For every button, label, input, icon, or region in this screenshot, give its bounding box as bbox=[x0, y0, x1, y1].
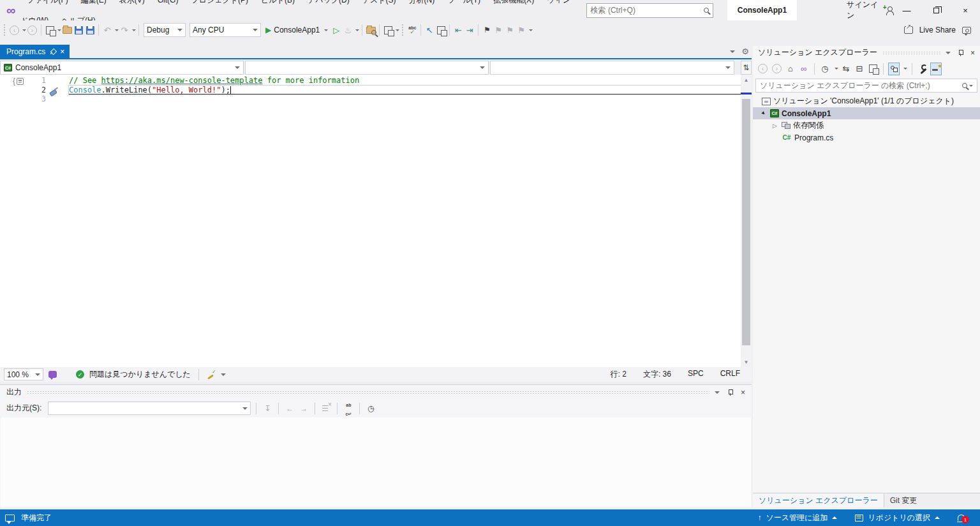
scrollbar-thumb[interactable] bbox=[742, 99, 750, 345]
navigate-back-button[interactable]: ‹ bbox=[10, 26, 19, 35]
tree-item-dependencies[interactable]: ▷依存関係 bbox=[753, 119, 980, 132]
clear-all-button[interactable] bbox=[320, 404, 332, 413]
restore-button[interactable] bbox=[921, 0, 951, 20]
project-properties-button[interactable] bbox=[917, 63, 928, 75]
menu-item[interactable]: プロジェクト(P) bbox=[184, 0, 255, 4]
navigate-forward-button[interactable]: › bbox=[27, 26, 37, 35]
menu-item[interactable]: ファイル(F) bbox=[20, 0, 74, 4]
toggle-bookmark-button[interactable]: ⚑ bbox=[481, 24, 493, 36]
hot-reload-button[interactable]: ♨ bbox=[342, 24, 353, 36]
collapse-all-button[interactable]: ⊟ bbox=[854, 63, 865, 75]
toolbar-grip[interactable] bbox=[401, 24, 405, 36]
pending-changes-filter-button[interactable]: ◷ bbox=[819, 63, 831, 75]
close-tab-icon[interactable]: × bbox=[60, 47, 64, 56]
menu-item[interactable]: 編集(E) bbox=[75, 0, 113, 4]
decrease-indent-button[interactable]: ⇤ bbox=[452, 24, 464, 36]
goto-message-button[interactable]: ↧ bbox=[262, 404, 273, 413]
solution-platform-combo[interactable]: Any CPU bbox=[189, 23, 261, 37]
add-to-source-control-button[interactable]: ↑ ソース管理に追加 bbox=[757, 513, 837, 523]
menu-item[interactable]: 表示(V) bbox=[113, 0, 151, 4]
undo-button[interactable]: ↶ bbox=[101, 24, 113, 36]
expander-expanded-icon[interactable]: ▼ bbox=[759, 109, 769, 119]
vertical-scrollbar[interactable]: ▲ ▼ bbox=[741, 75, 752, 367]
bottom-tab-git-changes[interactable]: Git 変更 bbox=[884, 493, 923, 507]
output-content[interactable] bbox=[1, 417, 751, 507]
code-token-link[interactable]: https://aka.ms/new-console-template bbox=[101, 76, 263, 85]
output-source-combo[interactable] bbox=[48, 402, 251, 415]
next-bookmark-button[interactable]: ⚑ bbox=[504, 24, 516, 36]
solution-explorer-search-box[interactable]: ソリューション エクスプローラー の検索 (Ctrl+;) bbox=[755, 79, 977, 93]
tree-item-csproj[interactable]: ▼C#ConsoleApp1 bbox=[753, 107, 980, 119]
menu-item[interactable]: 拡張機能(X) bbox=[487, 0, 540, 4]
member-scope-combo[interactable] bbox=[490, 61, 734, 75]
menu-item[interactable]: ビルド(B) bbox=[255, 0, 301, 4]
type-scope-combo[interactable] bbox=[245, 61, 489, 75]
sync-with-active-document-button[interactable]: ⇆ bbox=[840, 63, 852, 75]
navigate-back-dropdown[interactable] bbox=[22, 29, 26, 31]
send-feedback-icon[interactable] bbox=[962, 27, 971, 34]
code-line[interactable]: // See https://aka.ms/new-console-templa… bbox=[69, 76, 741, 86]
toolbar-overflow-button[interactable] bbox=[529, 29, 533, 31]
expander-collapsed-icon[interactable]: ▷ bbox=[771, 123, 779, 129]
peek-definition-button[interactable] bbox=[435, 24, 447, 36]
show-all-files-dropdown[interactable] bbox=[903, 68, 907, 70]
ide-navigator-dropdown[interactable] bbox=[396, 29, 399, 31]
se-back-button[interactable]: ‹ bbox=[758, 64, 768, 73]
next-message-button[interactable]: → bbox=[298, 404, 309, 413]
menu-item[interactable]: Git(G) bbox=[151, 0, 185, 4]
problems-status-text[interactable]: 問題は見つかりませんでした bbox=[89, 369, 191, 380]
switch-views-button[interactable]: ∞ bbox=[798, 63, 810, 75]
pin-tab-icon[interactable] bbox=[48, 47, 57, 56]
split-window-button[interactable]: ⇅ bbox=[741, 61, 752, 75]
line-ending-indicator[interactable]: CRLF bbox=[720, 369, 740, 380]
tab-list-dropdown[interactable] bbox=[730, 50, 735, 53]
code-cleanup-dropdown[interactable] bbox=[221, 373, 226, 376]
solution-configuration-combo[interactable]: Debug bbox=[144, 23, 186, 37]
quick-actions-screwdriver-icon[interactable] bbox=[49, 87, 58, 95]
notifications-button[interactable]: 1 bbox=[958, 515, 965, 521]
spell-check-button[interactable]: abc✓ bbox=[406, 24, 418, 36]
sign-in-button[interactable]: サインイン + bbox=[847, 0, 892, 21]
pin-panel-icon[interactable] bbox=[727, 389, 733, 396]
increase-indent-button[interactable]: ⇥ bbox=[464, 24, 475, 36]
panel-drag-texture[interactable] bbox=[882, 51, 940, 55]
project-scope-combo[interactable]: C# ConsoleApp1 bbox=[0, 61, 244, 75]
minimize-button[interactable]: — bbox=[892, 0, 921, 20]
hot-reload-dropdown[interactable] bbox=[355, 29, 359, 31]
close-panel-icon[interactable]: × bbox=[741, 388, 745, 397]
menu-item[interactable]: デバッグ(D) bbox=[301, 0, 356, 4]
clear-bookmarks-button[interactable]: ⚑ bbox=[516, 24, 527, 36]
column-indicator[interactable]: 文字: 36 bbox=[643, 369, 671, 380]
filter-dropdown[interactable] bbox=[835, 68, 838, 70]
gear-icon[interactable]: ⚙ bbox=[741, 47, 749, 56]
scroll-down-icon[interactable]: ▼ bbox=[741, 357, 752, 367]
select-repository-button[interactable]: リポジトリの選択 bbox=[855, 513, 940, 523]
start-debugging-button[interactable]: ▶ ConsoleApp1 bbox=[263, 22, 330, 38]
menu-item[interactable]: テスト(S) bbox=[356, 0, 403, 4]
feedback-bubble-icon[interactable] bbox=[48, 371, 57, 378]
close-panel-icon[interactable]: × bbox=[970, 49, 975, 57]
previous-message-button[interactable]: ← bbox=[284, 404, 295, 413]
code-line[interactable] bbox=[69, 94, 741, 104]
start-without-debugging-button[interactable]: ▷ bbox=[330, 24, 342, 36]
save-button[interactable] bbox=[73, 24, 84, 36]
redo-dropdown[interactable] bbox=[132, 29, 136, 31]
spaces-indicator[interactable]: SPC bbox=[688, 369, 704, 380]
new-project-button[interactable] bbox=[44, 24, 56, 36]
window-position-dropdown[interactable] bbox=[946, 52, 951, 54]
run-target-dropdown[interactable] bbox=[324, 29, 328, 31]
home-button[interactable]: ⌂ bbox=[785, 63, 796, 75]
properties-button[interactable] bbox=[867, 63, 879, 75]
search-options-dropdown[interactable] bbox=[969, 85, 973, 87]
toolbar-grip[interactable] bbox=[3, 24, 6, 36]
se-forward-button[interactable]: › bbox=[772, 64, 782, 73]
bottom-tab-solution-explorer[interactable]: ソリューション エクスプローラー bbox=[753, 493, 884, 507]
word-wrap-button[interactable]: abc↵ bbox=[343, 400, 354, 417]
zoom-level-combo[interactable]: 100 % bbox=[4, 368, 43, 380]
redo-button[interactable]: ↷ bbox=[119, 24, 130, 36]
open-file-button[interactable] bbox=[61, 24, 73, 36]
code-cleanup-wand-icon[interactable] bbox=[207, 371, 216, 379]
panel-drag-texture[interactable] bbox=[27, 391, 709, 395]
tree-item-csfile[interactable]: C#Program.cs bbox=[753, 132, 980, 144]
timestamp-button[interactable]: ◷ bbox=[365, 404, 376, 413]
